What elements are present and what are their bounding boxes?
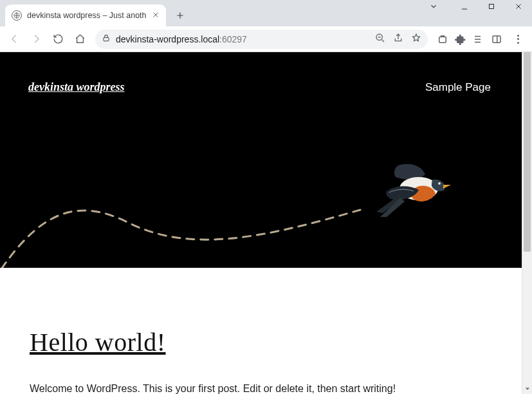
site-title-link[interactable]: devkinsta wordpress (28, 80, 125, 94)
bookmark-star-icon[interactable] (411, 33, 421, 45)
window-controls (429, 0, 532, 12)
browser-window: devkinsta wordpress – Just anoth devkins… (0, 0, 532, 394)
extension-box-icon[interactable] (437, 33, 448, 45)
url-host: devkinsta-wordpress.local (116, 34, 219, 44)
reload-button[interactable] (49, 30, 67, 48)
scrollbar-thumb[interactable] (524, 52, 531, 252)
forward-button[interactable] (27, 30, 45, 48)
back-button[interactable] (5, 30, 23, 48)
share-icon[interactable] (393, 33, 403, 45)
zoom-out-icon[interactable] (375, 33, 385, 45)
svg-rect-1 (490, 5, 494, 9)
address-bar[interactable]: devkinsta-wordpress.local:60297 (95, 30, 428, 49)
globe-icon (12, 10, 22, 21)
browser-tab[interactable]: devkinsta wordpress – Just anoth (5, 5, 166, 26)
post-excerpt: Welcome to WordPress. This is your first… (30, 383, 492, 394)
vertical-scrollbar[interactable] (522, 52, 532, 394)
toolbar-right (434, 33, 527, 46)
omnibox-actions (375, 33, 421, 45)
post-content: Hello world! Welcome to WordPress. This … (0, 268, 522, 394)
side-panel-icon[interactable] (491, 33, 502, 45)
lock-icon (102, 33, 111, 44)
minimize-button[interactable] (460, 2, 469, 14)
close-button[interactable] (514, 2, 523, 14)
site-header: devkinsta wordpress Sample Page (0, 52, 522, 94)
svg-rect-4 (439, 37, 446, 42)
maximize-button[interactable] (487, 2, 496, 14)
scroll-down-icon[interactable] (522, 384, 532, 394)
tab-close-icon[interactable] (152, 11, 160, 20)
reading-list-icon[interactable] (473, 33, 484, 45)
chevron-down-icon[interactable] (429, 2, 438, 14)
viewport: devkinsta wordpress Sample Page (0, 52, 532, 394)
tab-title: devkinsta wordpress – Just anoth (27, 11, 147, 20)
hero-section: devkinsta wordpress Sample Page (0, 52, 522, 268)
toolbar: devkinsta-wordpress.local:60297 (0, 26, 532, 52)
new-tab-button[interactable] (171, 6, 189, 24)
svg-rect-2 (104, 37, 109, 41)
url-port: :60297 (219, 34, 247, 44)
titlebar: devkinsta wordpress – Just anoth (0, 0, 532, 26)
extensions-puzzle-icon[interactable] (455, 33, 466, 45)
post-title-link[interactable]: Hello world! (30, 327, 492, 357)
nav-sample-page[interactable]: Sample Page (425, 81, 491, 94)
svg-point-7 (438, 182, 441, 185)
page-content: devkinsta wordpress Sample Page (0, 52, 522, 394)
kebab-menu-icon[interactable] (511, 33, 524, 46)
home-button[interactable] (71, 30, 89, 48)
url-text: devkinsta-wordpress.local:60297 (116, 34, 370, 44)
bird-image (374, 162, 451, 220)
